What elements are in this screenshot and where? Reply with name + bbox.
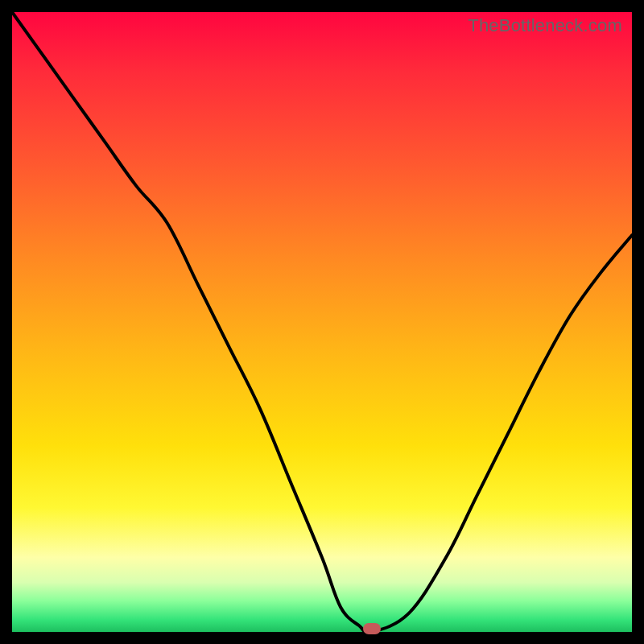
minimum-marker bbox=[363, 623, 381, 634]
chart-stage: TheBottleneck.com bbox=[0, 0, 644, 644]
plot-area: TheBottleneck.com bbox=[12, 12, 632, 632]
watermark-label: TheBottleneck.com bbox=[468, 15, 622, 36]
bottleneck-curve bbox=[12, 12, 632, 632]
curve-path bbox=[12, 12, 632, 632]
